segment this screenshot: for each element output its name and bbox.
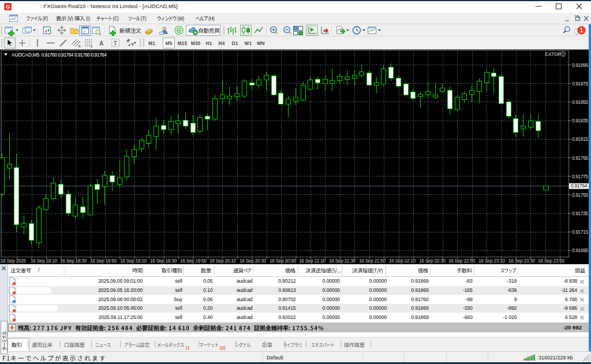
svg-text:F: F xyxy=(91,45,93,48)
svg-text:M5: M5 xyxy=(166,40,173,46)
svg-text:16 Sep 22:30: 16 Sep 22:30 xyxy=(419,258,446,264)
svg-text:EATOP: EATOP xyxy=(545,52,562,57)
svg-text:0.91855: 0.91855 xyxy=(572,99,589,105)
svg-text:16 Sep 21:10: 16 Sep 21:10 xyxy=(299,258,326,264)
svg-text:0.91764: 0.91764 xyxy=(571,183,588,189)
svg-text:16 Sep 19:30: 16 Sep 19:30 xyxy=(150,258,177,264)
svg-text:16 Sep 23:10: 16 Sep 23:10 xyxy=(478,258,505,264)
svg-text:16 Sep 2025: 16 Sep 2025 xyxy=(1,258,26,264)
svg-text:16 Sep 21:50: 16 Sep 21:50 xyxy=(359,258,386,264)
svg-text:16 Sep 19:10: 16 Sep 19:10 xyxy=(120,258,147,264)
svg-text:16 Sep 18:10: 16 Sep 18:10 xyxy=(31,258,57,264)
svg-text:D1: D1 xyxy=(231,40,238,46)
svg-text:0.91815: 0.91815 xyxy=(572,136,589,142)
svg-text:16 Sep 20:50: 16 Sep 20:50 xyxy=(270,258,296,264)
svg-text:0.91775: 0.91775 xyxy=(572,174,589,179)
svg-text:A: A xyxy=(99,40,103,47)
svg-text:0.91895: 0.91895 xyxy=(572,62,589,68)
svg-text:M30: M30 xyxy=(191,40,201,46)
svg-text:0.91755: 0.91755 xyxy=(572,192,589,198)
svg-text:16 Sep 18:30: 16 Sep 18:30 xyxy=(60,258,87,264)
svg-text:MN: MN xyxy=(257,40,264,46)
svg-text:T: T xyxy=(114,40,117,46)
svg-text:AUDCAD,M5: AUDCAD,M5 xyxy=(12,52,40,58)
svg-text:0.91695: 0.91695 xyxy=(572,247,589,253)
svg-text:H4: H4 xyxy=(218,40,225,46)
svg-text:M1: M1 xyxy=(148,40,155,46)
svg-text:0.91715: 0.91715 xyxy=(572,229,589,235)
svg-text:16 Sep 18:50: 16 Sep 18:50 xyxy=(90,258,117,264)
svg-text:0.91835: 0.91835 xyxy=(572,118,589,123)
svg-text:0.91795: 0.91795 xyxy=(572,155,589,161)
svg-text:1: 1 xyxy=(580,27,583,33)
svg-text:M15: M15 xyxy=(178,40,188,46)
svg-text:16 Sep 22:10: 16 Sep 22:10 xyxy=(389,258,416,264)
svg-text:16 Sep 21:30: 16 Sep 21:30 xyxy=(329,258,356,264)
svg-text:16 Sep 20:30: 16 Sep 20:30 xyxy=(240,258,266,264)
svg-text:W1: W1 xyxy=(245,40,252,46)
svg-text:16 Sep 23:30: 16 Sep 23:30 xyxy=(508,258,535,264)
svg-text:H1: H1 xyxy=(205,40,212,46)
svg-text:E: E xyxy=(78,44,81,48)
svg-text:0.91875: 0.91875 xyxy=(572,81,589,87)
svg-text:16 Sep 22:50: 16 Sep 22:50 xyxy=(448,258,475,264)
svg-text:0.91735: 0.91735 xyxy=(572,211,589,216)
svg-text:0.91760 0.91764 0.91760 0.9176: 0.91760 0.91764 0.91760 0.91764 xyxy=(42,52,107,58)
svg-text:16 Sep 23:50: 16 Sep 23:50 xyxy=(538,258,564,264)
